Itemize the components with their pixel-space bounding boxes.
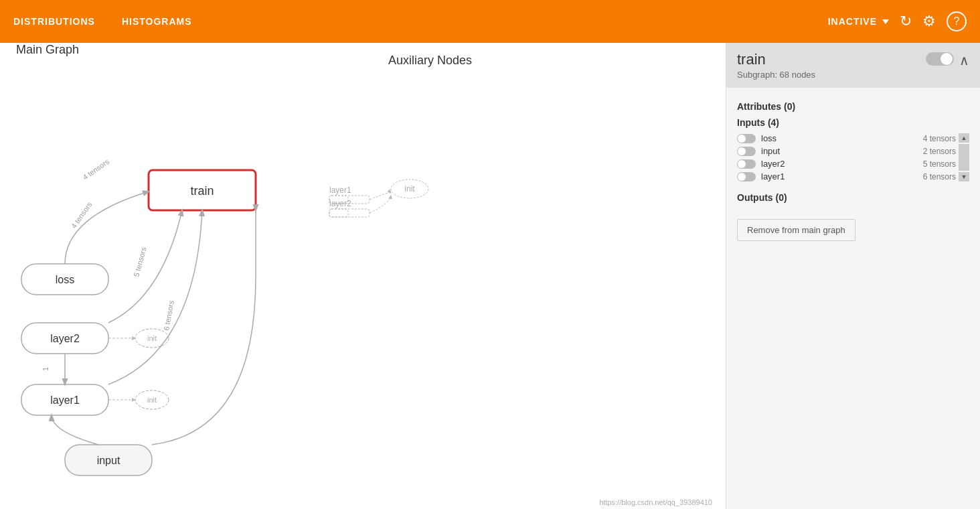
node-layer2[interactable]: layer2	[21, 323, 108, 354]
node-input[interactable]: input	[65, 445, 152, 476]
refresh-icon[interactable]: ↻	[900, 13, 912, 30]
status-label: INACTIVE	[828, 16, 877, 27]
node-init-layer2[interactable]: init	[135, 329, 169, 348]
input-tensors-loss: 4 tensors	[923, 134, 956, 143]
header-nav: DISTRIBUTIONS HISTOGRAMS	[13, 16, 192, 27]
outputs-title: Outputs (0)	[737, 192, 969, 203]
panel-title: train	[737, 51, 815, 68]
main-content: Main Graph Auxiliary Nodes train loss la…	[0, 43, 980, 509]
input-item-loss: loss 4 tensors	[737, 133, 956, 143]
status-dropdown[interactable]: INACTIVE	[828, 16, 889, 27]
scroll-down-btn[interactable]: ▼	[959, 172, 969, 181]
svg-text:4 tensors: 4 tensors	[81, 157, 110, 181]
scroll-thumb[interactable]	[959, 144, 969, 171]
right-panel: train Subgraph: 68 nodes ∧ Attributes (0…	[726, 43, 980, 509]
subgraph-toggle[interactable]	[926, 52, 954, 66]
settings-icon[interactable]: ⚙	[922, 13, 936, 30]
svg-text:6 tensors: 6 tensors	[162, 299, 175, 331]
input-toggle-loss[interactable]	[737, 134, 756, 143]
nav-distributions[interactable]: DISTRIBUTIONS	[13, 16, 95, 27]
input-item-left-input: input	[737, 146, 780, 156]
svg-text:input: input	[97, 455, 120, 466]
input-item-layer1: layer1 6 tensors	[737, 171, 956, 181]
input-tensors-input: 2 tensors	[923, 147, 956, 156]
svg-text:init: init	[147, 334, 157, 342]
svg-text:init: init	[404, 184, 415, 194]
graph-svg: train loss layer2 layer1 input	[0, 43, 726, 509]
inputs-title: Inputs (4)	[737, 117, 969, 128]
input-toggle-layer1[interactable]	[737, 172, 756, 181]
panel-subtitle: Subgraph: 68 nodes	[737, 70, 815, 80]
svg-text:layer2: layer2	[329, 199, 351, 208]
remove-from-main-graph-button[interactable]: Remove from main graph	[737, 219, 855, 241]
input-item-left-loss: loss	[737, 133, 777, 143]
input-name-layer1: layer1	[761, 171, 785, 181]
panel-collapse-btn[interactable]: ∧	[959, 54, 969, 67]
svg-text:layer2: layer2	[50, 333, 80, 344]
input-toggle-input[interactable]	[737, 147, 756, 156]
chevron-down-icon	[882, 19, 889, 24]
input-item-left-layer2: layer2	[737, 159, 785, 169]
input-toggle-layer2[interactable]	[737, 159, 756, 169]
svg-rect-24	[329, 209, 348, 217]
inputs-col: loss 4 tensors input 2 tensors	[737, 133, 956, 187]
panel-body: Attributes (0) Inputs (4) loss 4 tensors	[726, 88, 980, 509]
graph-area: Main Graph Auxiliary Nodes train loss la…	[0, 43, 726, 509]
svg-text:train: train	[190, 184, 214, 198]
help-icon[interactable]: ?	[947, 11, 967, 31]
header: DISTRIBUTIONS HISTOGRAMS INACTIVE ↻ ⚙ ?	[0, 0, 980, 43]
input-item-layer2: layer2 5 tensors	[737, 159, 956, 169]
input-tensors-layer1: 6 tensors	[923, 172, 956, 181]
panel-title-block: train Subgraph: 68 nodes	[737, 51, 815, 80]
input-item-left-layer1: layer1	[737, 171, 785, 181]
nav-histograms[interactable]: HISTOGRAMS	[122, 16, 192, 27]
input-item-input: input 2 tensors	[737, 146, 956, 156]
scroll-controls: ▲ ▼	[959, 133, 969, 181]
status-bar: https://blog.csdn.net/qq_39389410	[599, 498, 712, 506]
input-list: loss 4 tensors input 2 tensors	[737, 133, 956, 181]
svg-text:layer1: layer1	[50, 394, 80, 406]
panel-header: train Subgraph: 68 nodes ∧	[726, 43, 980, 88]
aux-node-init[interactable]: init	[391, 179, 428, 198]
aux-node-layer2[interactable]: layer2	[329, 199, 370, 217]
svg-text:loss: loss	[56, 274, 74, 285]
inputs-row: loss 4 tensors input 2 tensors	[737, 133, 969, 187]
node-loss[interactable]: loss	[21, 264, 108, 295]
input-name-loss: loss	[761, 133, 777, 143]
svg-text:5 tensors: 5 tensors	[132, 246, 147, 277]
svg-text:init: init	[147, 396, 157, 404]
input-tensors-layer2: 5 tensors	[923, 159, 956, 169]
header-right: INACTIVE ↻ ⚙ ?	[828, 11, 967, 31]
node-init-layer1[interactable]: init	[135, 390, 169, 409]
node-train[interactable]: train	[149, 170, 256, 210]
input-name-layer2: layer2	[761, 159, 785, 169]
attributes-title: Attributes (0)	[737, 101, 969, 112]
svg-text:layer1: layer1	[329, 186, 351, 195]
input-name-input: input	[761, 146, 780, 156]
svg-text:1: 1	[42, 367, 50, 371]
scroll-up-btn[interactable]: ▲	[959, 133, 969, 143]
node-layer1[interactable]: layer1	[21, 384, 108, 415]
svg-text:4 tensors: 4 tensors	[70, 200, 94, 230]
svg-rect-23	[329, 209, 370, 217]
